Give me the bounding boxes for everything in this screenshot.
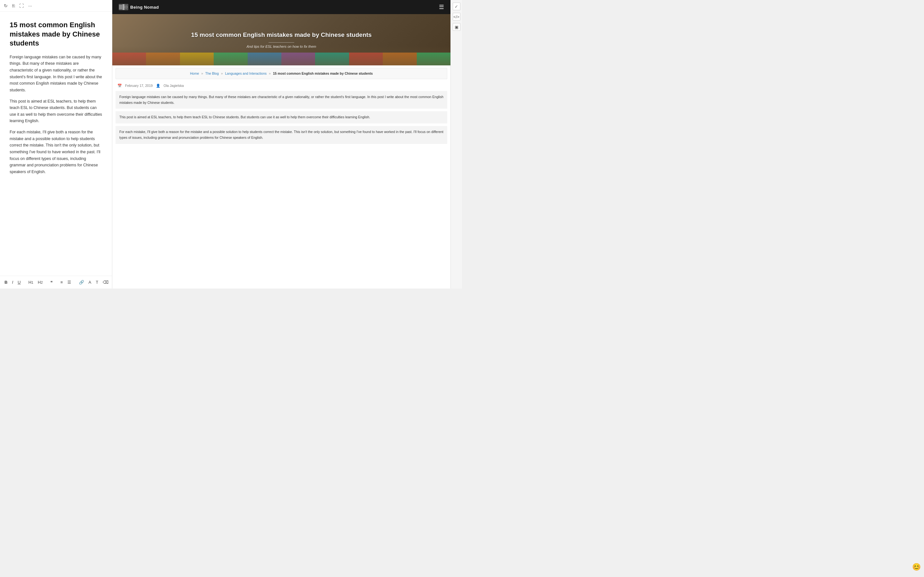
- code-icon[interactable]: </>: [453, 13, 460, 21]
- logo-icon: [119, 4, 128, 10]
- hero-title: 15 most common English mistakes made by …: [191, 31, 372, 39]
- pencils-overlay: [112, 46, 451, 65]
- breadcrumb-sep-2: »: [221, 71, 223, 75]
- svg-point-3: [126, 6, 127, 8]
- heading1-button[interactable]: H1: [27, 279, 34, 285]
- breadcrumb-home[interactable]: Home: [190, 71, 199, 75]
- post-paragraphs: Foreign language mistakes can be caused …: [112, 90, 451, 149]
- svg-rect-1: [123, 4, 124, 10]
- unordered-list-button[interactable]: ☰: [66, 279, 73, 285]
- hero-overlay: 15 most common English mistakes made by …: [185, 31, 378, 48]
- site-logo: Being Nomad: [119, 4, 159, 10]
- article-para-1: Foreign language mistakes can be caused …: [10, 54, 102, 93]
- svg-rect-0: [119, 5, 122, 9]
- breadcrumb-current: 15 most common English mistakes made by …: [273, 71, 373, 75]
- post-author: Ola Jagielska: [164, 84, 184, 87]
- hero-subtitle: And tips for ESL teachers on how to fix …: [191, 45, 372, 48]
- person-icon: 👤: [156, 84, 160, 88]
- right-sidebar: ✓ </> ▣: [451, 0, 462, 288]
- article-para-2: This post is aimed at ESL teachers, to h…: [10, 98, 102, 125]
- breadcrumb-blog[interactable]: The Blog: [205, 71, 219, 75]
- breadcrumb-category[interactable]: Languages and Interactions: [225, 71, 267, 75]
- style-button[interactable]: T: [95, 279, 100, 285]
- hamburger-icon[interactable]: ☰: [439, 3, 444, 11]
- refresh-icon[interactable]: ↻: [4, 3, 8, 8]
- right-panel: Being Nomad ☰: [112, 0, 462, 288]
- post-para-2: This post is aimed at ESL teachers, to h…: [115, 111, 447, 123]
- top-toolbar: ↻ ⎘ ⛶ ···: [0, 0, 112, 11]
- link-button[interactable]: 🔗: [78, 279, 86, 285]
- browser-content: Being Nomad ☰: [112, 0, 451, 288]
- article-para-3: For each mistake, I'll give both a reaso…: [10, 129, 102, 175]
- share-icon[interactable]: ⎘: [12, 3, 15, 8]
- breadcrumb-sep-1: »: [201, 71, 203, 75]
- clear-button[interactable]: ⌫: [102, 279, 110, 285]
- bottom-toolbar: B I U H1 H2 ❝ ≡ ☰ 🔗 A T ⌫ ▣ 🕐 129 单词 ▾: [0, 276, 112, 288]
- post-meta: 📅 February 17, 2019 👤 Ola Jagielska: [112, 82, 451, 90]
- post-date: February 17, 2019: [125, 84, 153, 87]
- expand-icon[interactable]: ⛶: [19, 3, 24, 8]
- breadcrumb-sep-3: »: [269, 71, 271, 75]
- breadcrumb: Home » The Blog » Languages and Interact…: [115, 68, 447, 79]
- italic-button[interactable]: I: [11, 279, 15, 285]
- site-header: Being Nomad ☰: [112, 0, 451, 14]
- hero-section: 15 most common English mistakes made by …: [112, 14, 451, 65]
- underline-button[interactable]: U: [16, 279, 22, 285]
- layer-icon[interactable]: ▣: [453, 23, 460, 31]
- hero-divider: [268, 42, 294, 43]
- highlight-button[interactable]: A: [87, 279, 93, 285]
- more-icon[interactable]: ···: [28, 3, 32, 8]
- quote-button[interactable]: ❝: [49, 279, 54, 285]
- bold-button[interactable]: B: [3, 279, 9, 285]
- logo-text: Being Nomad: [130, 5, 159, 10]
- check-icon[interactable]: ✓: [453, 3, 460, 10]
- article-content: 15 most common English mistakes made by …: [0, 11, 112, 276]
- article-body: Foreign language mistakes can be caused …: [10, 54, 102, 175]
- article-title: 15 most common English mistakes made by …: [10, 21, 102, 48]
- calendar-icon: 📅: [118, 84, 122, 88]
- post-para-1: Foreign language mistakes can be caused …: [115, 91, 447, 109]
- ordered-list-button[interactable]: ≡: [59, 279, 64, 285]
- left-panel: ↻ ⎘ ⛶ ··· 15 most common English mistake…: [0, 0, 112, 288]
- post-para-3: For each mistake, I'll give both a reaso…: [115, 126, 447, 144]
- heading2-button[interactable]: H2: [37, 279, 44, 285]
